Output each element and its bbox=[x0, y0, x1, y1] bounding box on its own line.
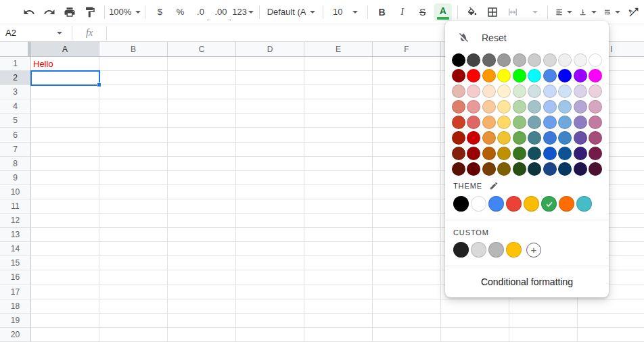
palette-swatch-e6b8af[interactable] bbox=[452, 84, 465, 98]
palette-swatch-00ffff[interactable] bbox=[528, 69, 541, 82]
palette-swatch-1155cc[interactable] bbox=[543, 147, 557, 160]
palette-swatch-d9ead3[interactable] bbox=[513, 84, 526, 98]
palette-swatch-a61c00[interactable] bbox=[452, 131, 465, 145]
palette-swatch-666666[interactable] bbox=[482, 53, 496, 67]
palette-swatch-b7b7b7[interactable] bbox=[513, 53, 526, 67]
cell-F6[interactable] bbox=[373, 128, 441, 142]
cell-E6[interactable] bbox=[304, 128, 373, 142]
column-header-D[interactable]: D bbox=[236, 42, 304, 56]
cell-C3[interactable] bbox=[168, 85, 236, 99]
palette-swatch-274e13[interactable] bbox=[513, 162, 526, 176]
theme-color-swatch-fbbc04[interactable] bbox=[524, 196, 539, 212]
palette-swatch-073763[interactable] bbox=[558, 162, 572, 176]
text-rotation-button[interactable]: A bbox=[625, 3, 643, 21]
palette-swatch-6fa8dc[interactable] bbox=[558, 116, 572, 129]
cell-G19[interactable] bbox=[441, 314, 509, 328]
palette-swatch-990000[interactable] bbox=[467, 147, 480, 160]
cell-E15[interactable] bbox=[304, 256, 373, 270]
cell-E12[interactable] bbox=[304, 214, 373, 228]
cell-D13[interactable] bbox=[236, 228, 304, 242]
palette-swatch-e06666[interactable] bbox=[467, 116, 480, 129]
cell-G18[interactable] bbox=[441, 299, 509, 314]
palette-swatch-6aa84f[interactable] bbox=[513, 131, 526, 145]
theme-color-swatch-46bdc6[interactable] bbox=[576, 196, 592, 212]
row-header-4[interactable]: 4 bbox=[0, 99, 31, 114]
format-currency-button[interactable]: $ bbox=[151, 3, 168, 21]
palette-swatch-674ea7[interactable] bbox=[574, 131, 587, 145]
row-header-2[interactable]: 2 bbox=[0, 71, 31, 85]
cell-I18[interactable] bbox=[578, 299, 644, 314]
cell-F18[interactable] bbox=[373, 299, 441, 314]
palette-swatch-3c78d8[interactable] bbox=[543, 131, 557, 145]
palette-swatch-3d85c6[interactable] bbox=[558, 131, 572, 145]
cell-E20[interactable] bbox=[304, 328, 373, 342]
palette-swatch-cccccc[interactable] bbox=[528, 53, 541, 67]
cell-F11[interactable] bbox=[373, 199, 441, 214]
decrease-decimal-button[interactable]: .0← bbox=[191, 3, 209, 21]
cell-D6[interactable] bbox=[236, 128, 304, 142]
cell-D20[interactable] bbox=[236, 328, 304, 342]
palette-swatch-a64d79[interactable] bbox=[589, 131, 602, 145]
cell-B16[interactable] bbox=[99, 270, 168, 285]
cell-F19[interactable] bbox=[373, 314, 441, 328]
theme-color-swatch-ffffff[interactable] bbox=[471, 196, 486, 212]
cell-D15[interactable] bbox=[236, 256, 304, 270]
cell-D18[interactable] bbox=[236, 299, 304, 314]
paint-format-button[interactable] bbox=[81, 3, 99, 21]
custom-color-swatch-d9d9d9[interactable] bbox=[471, 242, 486, 258]
bold-button[interactable]: B bbox=[373, 3, 391, 21]
edit-theme-button[interactable] bbox=[489, 181, 499, 191]
cell-E18[interactable] bbox=[304, 299, 373, 314]
cell-E16[interactable] bbox=[304, 270, 373, 285]
cell-B20[interactable] bbox=[99, 328, 168, 342]
cell-F3[interactable] bbox=[373, 85, 441, 99]
cell-E3[interactable] bbox=[304, 85, 373, 99]
cell-C20[interactable] bbox=[168, 328, 236, 342]
cell-F4[interactable] bbox=[373, 99, 441, 114]
cell-C6[interactable] bbox=[168, 128, 236, 142]
merge-cells-button[interactable] bbox=[504, 3, 522, 21]
cell-G20[interactable] bbox=[441, 328, 509, 342]
cell-C4[interactable] bbox=[168, 99, 236, 114]
palette-swatch-0b5394[interactable] bbox=[558, 147, 572, 160]
cell-D19[interactable] bbox=[236, 314, 304, 328]
print-button[interactable] bbox=[61, 3, 78, 21]
row-header-10[interactable]: 10 bbox=[0, 185, 31, 199]
cell-C17[interactable] bbox=[168, 285, 236, 299]
row-header-13[interactable]: 13 bbox=[0, 228, 31, 242]
cell-C1[interactable] bbox=[168, 57, 236, 71]
increase-decimal-button[interactable]: .00→ bbox=[212, 3, 229, 21]
palette-swatch-fce5cd[interactable] bbox=[482, 84, 496, 98]
cell-F9[interactable] bbox=[373, 171, 441, 185]
cell-E11[interactable] bbox=[304, 199, 373, 214]
cell-E4[interactable] bbox=[304, 99, 373, 114]
cell-C9[interactable] bbox=[168, 171, 236, 185]
cell-D4[interactable] bbox=[236, 99, 304, 114]
column-header-F[interactable]: F bbox=[373, 42, 441, 56]
cell-A11[interactable] bbox=[31, 199, 99, 214]
cell-F16[interactable] bbox=[373, 270, 441, 285]
palette-swatch-0000ff[interactable] bbox=[558, 69, 572, 82]
cell-F17[interactable] bbox=[373, 285, 441, 299]
palette-swatch-b6d7a8[interactable] bbox=[513, 100, 526, 114]
cell-C14[interactable] bbox=[168, 242, 236, 256]
cell-A20[interactable] bbox=[31, 328, 99, 342]
cell-D3[interactable] bbox=[236, 85, 304, 99]
cell-F5[interactable] bbox=[373, 114, 441, 128]
palette-swatch-c9daf8[interactable] bbox=[543, 84, 557, 98]
row-header-7[interactable]: 7 bbox=[0, 143, 31, 157]
row-header-12[interactable]: 12 bbox=[0, 214, 31, 228]
theme-color-swatch-34a853[interactable] bbox=[541, 196, 557, 212]
text-wrap-button[interactable] bbox=[601, 3, 622, 21]
cell-H20[interactable] bbox=[509, 328, 578, 342]
cell-F1[interactable] bbox=[373, 57, 441, 71]
palette-swatch-e69138[interactable] bbox=[482, 131, 496, 145]
cell-B12[interactable] bbox=[99, 214, 168, 228]
palette-swatch-7f6000[interactable] bbox=[497, 162, 511, 176]
fill-color-button[interactable] bbox=[463, 3, 481, 21]
cell-F20[interactable] bbox=[373, 328, 441, 342]
cell-A1[interactable]: Hello bbox=[31, 57, 99, 71]
palette-swatch-efefef[interactable] bbox=[558, 53, 572, 67]
fill-handle[interactable] bbox=[97, 82, 101, 87]
palette-swatch-ead1dc[interactable] bbox=[589, 84, 602, 98]
